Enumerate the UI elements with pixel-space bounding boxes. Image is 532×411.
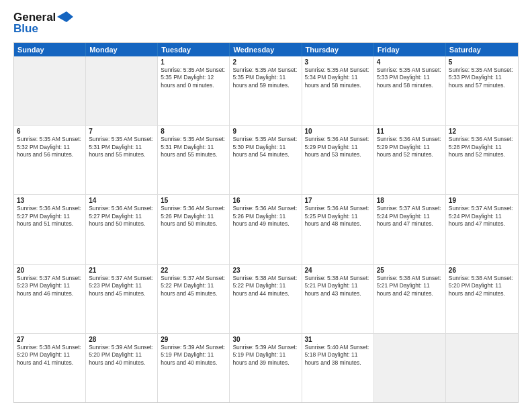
day-number: 24 bbox=[305, 267, 371, 274]
cell-info: Sunrise: 5:39 AM Sunset: 5:19 PM Dayligh… bbox=[232, 344, 298, 367]
day-number: 31 bbox=[305, 336, 371, 343]
calendar-cell: 6Sunrise: 5:35 AM Sunset: 5:32 PM Daylig… bbox=[14, 126, 86, 194]
cell-info: Sunrise: 5:38 AM Sunset: 5:22 PM Dayligh… bbox=[232, 275, 298, 298]
calendar-row: 27Sunrise: 5:38 AM Sunset: 5:20 PM Dayli… bbox=[14, 334, 518, 402]
calendar-cell bbox=[446, 334, 518, 402]
calendar-cell: 12Sunrise: 5:36 AM Sunset: 5:28 PM Dayli… bbox=[446, 126, 518, 194]
calendar-cell: 31Sunrise: 5:40 AM Sunset: 5:18 PM Dayli… bbox=[302, 334, 374, 402]
cell-info: Sunrise: 5:35 AM Sunset: 5:33 PM Dayligh… bbox=[449, 66, 515, 89]
logo: General Blue bbox=[13, 11, 73, 36]
weekday-header: Monday bbox=[86, 43, 158, 56]
weekday-header: Saturday bbox=[446, 43, 518, 56]
day-number: 11 bbox=[377, 128, 443, 135]
cell-info: Sunrise: 5:37 AM Sunset: 5:23 PM Dayligh… bbox=[89, 275, 154, 298]
cell-info: Sunrise: 5:39 AM Sunset: 5:20 PM Dayligh… bbox=[89, 344, 154, 367]
calendar-cell: 27Sunrise: 5:38 AM Sunset: 5:20 PM Dayli… bbox=[14, 334, 86, 402]
logo-blue: Blue bbox=[13, 22, 38, 36]
calendar-cell: 23Sunrise: 5:38 AM Sunset: 5:22 PM Dayli… bbox=[230, 265, 302, 333]
day-number: 3 bbox=[305, 58, 371, 66]
calendar-cell: 13Sunrise: 5:36 AM Sunset: 5:27 PM Dayli… bbox=[14, 195, 86, 263]
day-number: 26 bbox=[449, 267, 515, 274]
day-number: 17 bbox=[305, 197, 371, 204]
cell-info: Sunrise: 5:37 AM Sunset: 5:23 PM Dayligh… bbox=[17, 275, 83, 298]
day-number: 2 bbox=[232, 58, 298, 66]
page: General Blue SundayMondayTuesdayWednesda… bbox=[0, 0, 532, 411]
cell-info: Sunrise: 5:38 AM Sunset: 5:21 PM Dayligh… bbox=[377, 275, 443, 298]
calendar-cell: 11Sunrise: 5:36 AM Sunset: 5:29 PM Dayli… bbox=[374, 126, 446, 194]
day-number: 5 bbox=[449, 58, 515, 66]
weekday-header: Thursday bbox=[302, 43, 374, 56]
header: General Blue bbox=[13, 11, 519, 36]
day-number: 29 bbox=[161, 336, 226, 343]
cell-info: Sunrise: 5:36 AM Sunset: 5:29 PM Dayligh… bbox=[305, 136, 371, 158]
calendar-row: 6Sunrise: 5:35 AM Sunset: 5:32 PM Daylig… bbox=[14, 126, 518, 195]
cell-info: Sunrise: 5:36 AM Sunset: 5:29 PM Dayligh… bbox=[377, 136, 443, 158]
calendar-cell: 28Sunrise: 5:39 AM Sunset: 5:20 PM Dayli… bbox=[86, 334, 158, 402]
calendar-cell: 14Sunrise: 5:36 AM Sunset: 5:27 PM Dayli… bbox=[86, 195, 158, 263]
day-number: 28 bbox=[89, 336, 154, 343]
calendar-cell: 25Sunrise: 5:38 AM Sunset: 5:21 PM Dayli… bbox=[374, 265, 446, 333]
day-number: 22 bbox=[161, 267, 226, 274]
cell-info: Sunrise: 5:35 AM Sunset: 5:31 PM Dayligh… bbox=[89, 136, 154, 158]
day-number: 9 bbox=[232, 128, 298, 135]
calendar-cell: 20Sunrise: 5:37 AM Sunset: 5:23 PM Dayli… bbox=[14, 265, 86, 333]
day-number: 19 bbox=[449, 197, 515, 204]
cell-info: Sunrise: 5:39 AM Sunset: 5:19 PM Dayligh… bbox=[161, 344, 226, 367]
calendar-row: 20Sunrise: 5:37 AM Sunset: 5:23 PM Dayli… bbox=[14, 265, 518, 334]
calendar-cell: 24Sunrise: 5:38 AM Sunset: 5:21 PM Dayli… bbox=[302, 265, 374, 333]
calendar-header: SundayMondayTuesdayWednesdayThursdayFrid… bbox=[14, 43, 518, 56]
day-number: 18 bbox=[377, 197, 443, 204]
calendar-cell bbox=[86, 56, 158, 125]
cell-info: Sunrise: 5:37 AM Sunset: 5:24 PM Dayligh… bbox=[377, 205, 443, 228]
day-number: 21 bbox=[89, 267, 154, 274]
day-number: 20 bbox=[17, 267, 83, 274]
calendar-cell: 18Sunrise: 5:37 AM Sunset: 5:24 PM Dayli… bbox=[374, 195, 446, 263]
day-number: 27 bbox=[17, 336, 83, 343]
day-number: 6 bbox=[17, 128, 83, 135]
calendar-cell: 4Sunrise: 5:35 AM Sunset: 5:33 PM Daylig… bbox=[374, 56, 446, 125]
cell-info: Sunrise: 5:38 AM Sunset: 5:20 PM Dayligh… bbox=[17, 344, 83, 367]
cell-info: Sunrise: 5:38 AM Sunset: 5:21 PM Dayligh… bbox=[305, 275, 371, 298]
cell-info: Sunrise: 5:36 AM Sunset: 5:25 PM Dayligh… bbox=[305, 205, 371, 228]
cell-info: Sunrise: 5:40 AM Sunset: 5:18 PM Dayligh… bbox=[305, 344, 371, 367]
calendar-cell: 10Sunrise: 5:36 AM Sunset: 5:29 PM Dayli… bbox=[302, 126, 374, 194]
calendar-cell: 3Sunrise: 5:35 AM Sunset: 5:34 PM Daylig… bbox=[302, 56, 374, 125]
calendar-cell: 1Sunrise: 5:35 AM Sunset: 5:35 PM Daylig… bbox=[158, 56, 230, 125]
cell-info: Sunrise: 5:35 AM Sunset: 5:31 PM Dayligh… bbox=[161, 136, 226, 158]
cell-info: Sunrise: 5:35 AM Sunset: 5:33 PM Dayligh… bbox=[377, 66, 443, 89]
calendar-cell: 17Sunrise: 5:36 AM Sunset: 5:25 PM Dayli… bbox=[302, 195, 374, 263]
calendar-cell: 21Sunrise: 5:37 AM Sunset: 5:23 PM Dayli… bbox=[86, 265, 158, 333]
calendar-cell bbox=[374, 334, 446, 402]
day-number: 10 bbox=[305, 128, 371, 135]
calendar-row: 1Sunrise: 5:35 AM Sunset: 5:35 PM Daylig… bbox=[14, 56, 518, 126]
calendar-cell bbox=[14, 56, 86, 125]
cell-info: Sunrise: 5:35 AM Sunset: 5:35 PM Dayligh… bbox=[232, 66, 298, 89]
day-number: 1 bbox=[161, 58, 226, 66]
cell-info: Sunrise: 5:35 AM Sunset: 5:32 PM Dayligh… bbox=[17, 136, 83, 158]
cell-info: Sunrise: 5:36 AM Sunset: 5:26 PM Dayligh… bbox=[161, 205, 226, 228]
svg-marker-0 bbox=[57, 11, 73, 22]
calendar-cell: 2Sunrise: 5:35 AM Sunset: 5:35 PM Daylig… bbox=[230, 56, 302, 125]
day-number: 14 bbox=[89, 197, 154, 204]
calendar-cell: 15Sunrise: 5:36 AM Sunset: 5:26 PM Dayli… bbox=[158, 195, 230, 263]
cell-info: Sunrise: 5:37 AM Sunset: 5:24 PM Dayligh… bbox=[449, 205, 515, 228]
calendar-cell: 22Sunrise: 5:37 AM Sunset: 5:22 PM Dayli… bbox=[158, 265, 230, 333]
calendar-cell: 16Sunrise: 5:36 AM Sunset: 5:26 PM Dayli… bbox=[230, 195, 302, 263]
calendar-body: 1Sunrise: 5:35 AM Sunset: 5:35 PM Daylig… bbox=[14, 56, 518, 402]
calendar-cell: 9Sunrise: 5:35 AM Sunset: 5:30 PM Daylig… bbox=[230, 126, 302, 194]
cell-info: Sunrise: 5:35 AM Sunset: 5:34 PM Dayligh… bbox=[305, 66, 371, 89]
cell-info: Sunrise: 5:35 AM Sunset: 5:35 PM Dayligh… bbox=[161, 66, 226, 89]
logo-arrow-icon bbox=[57, 11, 73, 22]
day-number: 23 bbox=[232, 267, 298, 274]
day-number: 4 bbox=[377, 58, 443, 66]
weekday-header: Wednesday bbox=[230, 43, 302, 56]
cell-info: Sunrise: 5:36 AM Sunset: 5:26 PM Dayligh… bbox=[232, 205, 298, 228]
calendar-cell: 5Sunrise: 5:35 AM Sunset: 5:33 PM Daylig… bbox=[446, 56, 518, 125]
cell-info: Sunrise: 5:38 AM Sunset: 5:20 PM Dayligh… bbox=[449, 275, 515, 298]
day-number: 7 bbox=[89, 128, 154, 135]
weekday-header: Tuesday bbox=[158, 43, 230, 56]
cell-info: Sunrise: 5:35 AM Sunset: 5:30 PM Dayligh… bbox=[232, 136, 298, 158]
calendar-cell: 19Sunrise: 5:37 AM Sunset: 5:24 PM Dayli… bbox=[446, 195, 518, 263]
day-number: 15 bbox=[161, 197, 226, 204]
weekday-header: Sunday bbox=[14, 43, 86, 56]
